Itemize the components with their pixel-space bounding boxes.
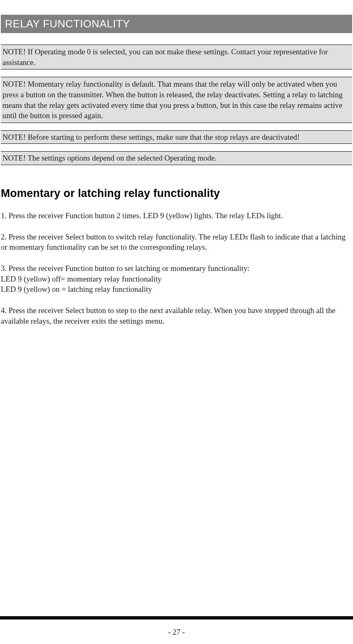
note-box-3: NOTE! Before starting to perform these s… [1,130,352,144]
step-4: 4. Press the receiver Select button to s… [1,305,352,326]
footer-divider [0,616,353,619]
section-header: RELAY FUNCTIONALITY [1,15,352,33]
step-3-line-2: LED 9 (yellow) off= momentary relay func… [1,275,161,283]
step-3-line-3: LED 9 (yellow) on = latching relay funct… [1,285,152,293]
step-3-line-1: 3. Press the receiver Function button to… [1,264,250,273]
step-1: 1. Press the receiver Function button 2 … [1,210,352,221]
step-2: 2. Press the receiver Select button to s… [1,232,352,253]
subheading: Momentary or latching relay functionalit… [1,187,352,200]
note-box-1: NOTE! If Operating mode 0 is selected, y… [1,45,352,69]
page-number: - 27 - [0,628,353,637]
note-box-2: NOTE! Momentary relay functionality is d… [1,77,352,123]
note-box-4: NOTE! The settings options depend on the… [1,151,352,165]
step-3: 3. Press the receiver Function button to… [1,263,352,295]
